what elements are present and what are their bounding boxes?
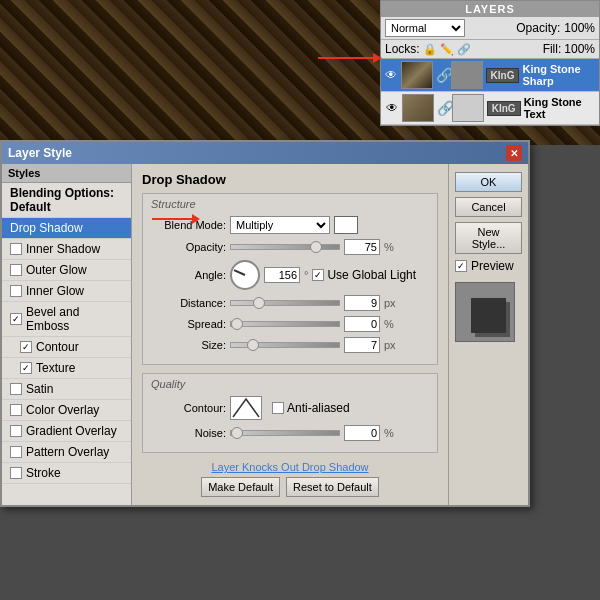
eye-icon-1[interactable]: 👁 [385, 67, 398, 83]
cancel-button[interactable]: Cancel [455, 197, 522, 217]
bottom-buttons: Make Default Reset to Default [142, 477, 438, 497]
color-overlay-checkbox[interactable] [10, 404, 22, 416]
opacity-thumb[interactable] [310, 241, 322, 253]
layer-name-2: King Stone Text [524, 96, 595, 120]
ok-button[interactable]: OK [455, 172, 522, 192]
styles-item-color-overlay[interactable]: Color Overlay [2, 400, 131, 421]
spread-input[interactable]: 0 [344, 316, 380, 332]
distance-slider[interactable] [230, 300, 340, 306]
global-light-checkbox[interactable]: ✓ [312, 269, 324, 281]
layer-row-king-stone-sharp[interactable]: 👁 🔗 KInG King Stone Sharp [381, 59, 599, 92]
layer-thumb-2 [402, 94, 434, 122]
drop-shadow-arrow-head [192, 214, 200, 224]
size-row: Size: 7 px [151, 337, 429, 353]
layer-row-king-stone-text[interactable]: 👁 🔗 KInG King Stone Text [381, 92, 599, 125]
opacity-slider[interactable] [230, 244, 340, 250]
preview-control: ✓ Preview [455, 259, 522, 273]
dialog-titlebar: Layer Style ✕ [2, 142, 528, 164]
distance-input[interactable]: 9 [344, 295, 380, 311]
anti-aliased-checkbox[interactable] [272, 402, 284, 414]
quality-group: Quality Contour: Anti-aliased [142, 373, 438, 453]
arrow-to-drop-shadow [152, 214, 200, 224]
lock-icon-1: 🔒 [423, 43, 437, 56]
satin-checkbox[interactable] [10, 383, 22, 395]
contour-row-label: Contour: [151, 402, 226, 414]
preview-label: Preview [471, 259, 514, 273]
styles-item-contour[interactable]: ✓ Contour [2, 337, 131, 358]
styles-item-stroke[interactable]: Stroke [2, 463, 131, 484]
global-light-label: Use Global Light [327, 268, 416, 282]
new-style-button[interactable]: New Style... [455, 222, 522, 254]
global-light-control: ✓ Use Global Light [312, 268, 416, 282]
fill-label: Fill: [543, 42, 562, 56]
arrow-body [318, 57, 373, 59]
styles-item-gradient-overlay[interactable]: Gradient Overlay [2, 421, 131, 442]
styles-item-texture[interactable]: ✓ Texture [2, 358, 131, 379]
size-thumb[interactable] [247, 339, 259, 351]
distance-thumb[interactable] [253, 297, 265, 309]
locks-label: Locks: [385, 42, 420, 56]
noise-input[interactable]: 0 [344, 425, 380, 441]
opacity-input[interactable]: 75 [344, 239, 380, 255]
arrow-to-layer [318, 53, 382, 63]
angle-label: Angle: [151, 269, 226, 281]
angle-dial[interactable] [230, 260, 260, 290]
structure-label: Structure [151, 198, 429, 210]
bevel-emboss-checkbox[interactable]: ✓ [10, 313, 22, 325]
noise-slider[interactable] [230, 430, 340, 436]
styles-item-blending-options[interactable]: Blending Options: Default [2, 183, 131, 218]
styles-item-drop-shadow[interactable]: Drop Shadow [2, 218, 131, 239]
outer-glow-checkbox[interactable] [10, 264, 22, 276]
styles-item-inner-glow[interactable]: Inner Glow [2, 281, 131, 302]
opacity-value: 100% [564, 21, 595, 35]
gradient-overlay-checkbox[interactable] [10, 425, 22, 437]
contour-checkbox[interactable]: ✓ [20, 341, 32, 353]
styles-item-bevel-emboss[interactable]: ✓ Bevel and Emboss [2, 302, 131, 337]
opacity-row-label: Opacity: [151, 241, 226, 253]
inner-glow-checkbox[interactable] [10, 285, 22, 297]
distance-row: Distance: 9 px [151, 295, 429, 311]
stroke-checkbox[interactable] [10, 467, 22, 479]
noise-thumb[interactable] [231, 427, 243, 439]
reset-button[interactable]: Reset to Default [286, 477, 379, 497]
dialog-title: Layer Style [8, 146, 72, 160]
eye-icon-2[interactable]: 👁 [385, 100, 399, 116]
anti-aliased-label: Anti-aliased [287, 401, 350, 415]
angle-input[interactable]: 156 [264, 267, 300, 283]
shadow-blend-mode-select[interactable]: Multiply [230, 216, 330, 234]
chain-icon-1: 🔗 [436, 67, 448, 83]
shadow-color-swatch[interactable] [334, 216, 358, 234]
spread-thumb[interactable] [231, 318, 243, 330]
inner-shadow-checkbox[interactable] [10, 243, 22, 255]
preview-box [455, 282, 515, 342]
styles-item-satin[interactable]: Satin [2, 379, 131, 400]
spread-row: Spread: 0 % [151, 316, 429, 332]
noise-unit: % [384, 427, 394, 439]
drop-shadow-title: Drop Shadow [142, 172, 438, 187]
angle-needle [234, 269, 246, 276]
chain-icon-2: 🔗 [437, 100, 449, 116]
opacity-unit: % [384, 241, 394, 253]
layer-style-dialog: Layer Style ✕ Styles Blending Options: D… [0, 140, 530, 507]
styles-item-pattern-overlay[interactable]: Pattern Overlay [2, 442, 131, 463]
angle-unit: ° [304, 269, 308, 281]
size-input[interactable]: 7 [344, 337, 380, 353]
distance-unit: px [384, 297, 396, 309]
opacity-label: Opacity: [516, 21, 560, 35]
layers-toolbar: Normal Opacity: 100% [381, 17, 599, 40]
contour-preview[interactable] [230, 396, 262, 420]
size-slider[interactable] [230, 342, 340, 348]
dialog-close-button[interactable]: ✕ [506, 145, 522, 161]
make-default-button[interactable]: Make Default [201, 477, 280, 497]
blend-mode-select[interactable]: Normal [385, 19, 465, 37]
spread-slider[interactable] [230, 321, 340, 327]
lock-icon-2: ✏️ [440, 43, 454, 56]
distance-label: Distance: [151, 297, 226, 309]
pattern-overlay-checkbox[interactable] [10, 446, 22, 458]
styles-item-outer-glow[interactable]: Outer Glow [2, 260, 131, 281]
spread-unit: % [384, 318, 394, 330]
preview-checkbox[interactable]: ✓ [455, 260, 467, 272]
texture-checkbox[interactable]: ✓ [20, 362, 32, 374]
styles-item-inner-shadow[interactable]: Inner Shadow [2, 239, 131, 260]
size-unit: px [384, 339, 396, 351]
